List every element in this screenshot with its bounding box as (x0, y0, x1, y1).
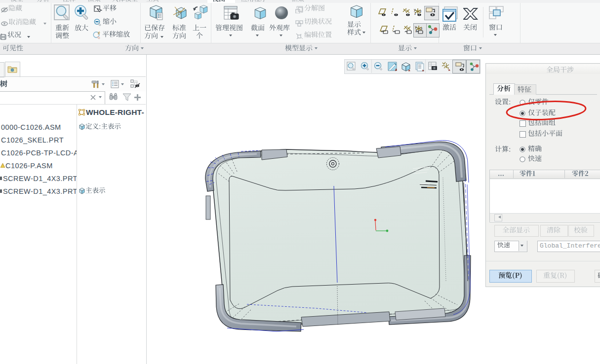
svg-text:z: z (414, 12, 416, 15)
svg-text:y: y (415, 25, 417, 29)
svg-text:*: * (447, 67, 449, 72)
svg-text:x: x (420, 9, 422, 13)
svg-text:x: x (421, 27, 423, 30)
svg-text:y: y (414, 8, 416, 12)
